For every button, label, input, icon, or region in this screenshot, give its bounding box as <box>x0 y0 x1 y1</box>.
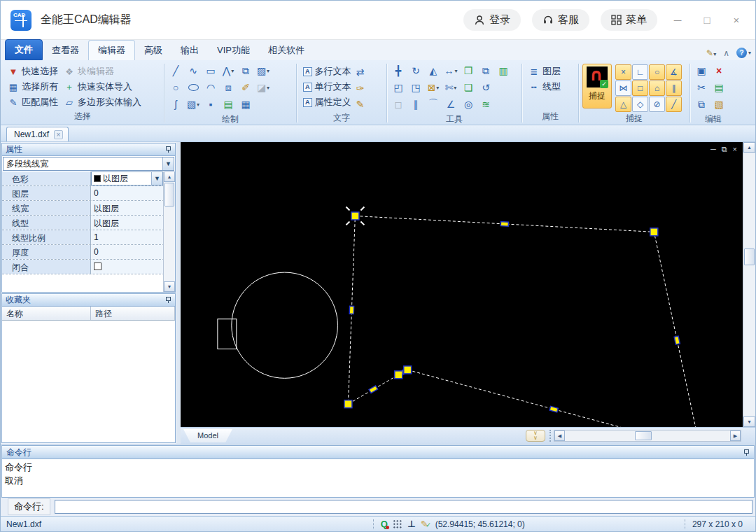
image-icon[interactable]: ▤ <box>220 97 236 112</box>
rotate-icon[interactable]: ↻ <box>408 64 424 78</box>
collapse-ribbon-icon[interactable]: ∧ <box>723 48 729 58</box>
chamfer-icon[interactable]: ∠ <box>443 97 458 112</box>
snap-indicator-icon[interactable]: Q <box>381 519 388 529</box>
tab-vip[interactable]: VIP功能 <box>208 41 259 60</box>
vscroll-down-icon[interactable]: ▼ <box>743 416 755 427</box>
donut-icon[interactable]: ◎ <box>461 97 476 112</box>
midpoint-snap-button[interactable]: △ <box>615 97 631 112</box>
text-style-icon[interactable]: ✑ <box>354 80 367 95</box>
mtext-button[interactable]: A多行文本 <box>300 64 354 78</box>
hscroll-thumb[interactable] <box>635 431 652 440</box>
mdi-minimize-icon[interactable]: ─ <box>710 145 716 153</box>
angle-snap-button[interactable]: ∡ <box>666 64 682 80</box>
vertex-grip[interactable] <box>351 212 359 220</box>
close-button[interactable]: × <box>727 14 746 26</box>
midpoint-grip[interactable] <box>500 222 508 227</box>
ortho-indicator-icon[interactable]: ⊥ <box>407 519 416 529</box>
edit-text-icon[interactable]: ✎ <box>354 97 367 111</box>
command-input[interactable] <box>55 500 752 514</box>
tangent-snap-button[interactable]: ⊘ <box>649 97 665 112</box>
quadrant-snap-button[interactable]: ◇ <box>632 97 648 112</box>
select-all-button[interactable]: ▦选择所有 <box>5 80 61 94</box>
vscroll-up-icon[interactable]: ▲ <box>743 142 755 153</box>
apparent-intersection-snap-button[interactable]: ⋈ <box>615 80 631 96</box>
spline-icon[interactable]: ʃ <box>168 97 183 112</box>
color-dropdown-icon[interactable]: ▼ <box>151 172 162 185</box>
quick-edit-icon[interactable]: ✎▾ <box>706 48 716 58</box>
insert-block-icon[interactable]: ⧈ <box>220 80 236 95</box>
model-tab[interactable]: Model <box>183 429 232 442</box>
drawing-canvas[interactable]: ─ ⧉ × ▲ ▼ <box>181 142 755 427</box>
parallel-snap-button[interactable]: ∥ <box>666 80 682 96</box>
intersection-snap-button[interactable]: × <box>615 64 631 80</box>
move-icon[interactable]: ╋ <box>391 64 406 78</box>
region-icon[interactable]: ◪ <box>255 80 271 95</box>
property-value-lineweight[interactable]: 以图层 <box>91 201 175 215</box>
favorites-list[interactable] <box>2 321 175 442</box>
endpoint-snap-button[interactable]: □ <box>632 80 648 96</box>
help-dropdown-icon[interactable]: ▾ <box>748 50 751 56</box>
property-label-thickness[interactable]: 厚度 <box>2 245 91 259</box>
property-label-layer[interactable]: 图层 <box>2 186 91 200</box>
mdi-restore-icon[interactable]: ⧉ <box>722 145 727 153</box>
midpoint-grip[interactable] <box>349 306 354 314</box>
attr-def-button[interactable]: A属性定义 <box>300 95 354 109</box>
tab-file[interactable]: 文件 <box>5 39 43 60</box>
hscroll-right-icon[interactable]: ▶ <box>730 430 741 441</box>
midpoint-grip[interactable] <box>369 386 377 393</box>
property-label-ltscale[interactable]: 线型比例 <box>2 230 91 244</box>
quick-entity-import-button[interactable]: +快速实体导入 <box>61 80 144 94</box>
copy-base-icon[interactable]: ⧉ <box>478 64 493 78</box>
entity-type-select[interactable]: 多段线线宽 ▼ <box>3 157 174 171</box>
property-label-closed[interactable]: 闭合 <box>2 260 91 274</box>
copy-icon[interactable]: ❐ <box>461 64 476 78</box>
tab-advanced[interactable]: 高级 <box>135 41 172 60</box>
tab-editor[interactable]: 编辑器 <box>88 40 135 60</box>
rectangle-icon[interactable]: ▭ <box>203 64 218 78</box>
property-value-linetype[interactable]: 以图层 <box>91 216 175 230</box>
tab-output[interactable]: 输出 <box>172 41 208 60</box>
wipeout-icon[interactable]: ▨ <box>255 64 271 78</box>
mdi-close-icon[interactable]: × <box>733 145 737 153</box>
pin-icon[interactable] <box>743 449 750 456</box>
quick-select-button[interactable]: ▼快速选择 <box>5 64 61 78</box>
support-button[interactable]: 客服 <box>532 9 589 31</box>
vscroll-thumb[interactable] <box>744 248 755 265</box>
fillet-icon[interactable]: ⌒ <box>426 97 441 112</box>
paste-icon[interactable]: ▣ <box>694 64 709 78</box>
main-menu-button[interactable]: 菜单 <box>601 9 657 31</box>
command-history[interactable]: 命令行取消 <box>1 459 755 498</box>
entity-type-dropdown-icon[interactable]: ▼ <box>162 158 174 170</box>
table-icon[interactable]: ▦ <box>238 97 253 112</box>
offset-icon[interactable]: ∥ <box>408 97 424 112</box>
rotate-copy-icon[interactable]: ↺ <box>478 80 493 95</box>
canvas-vscrollbar[interactable]: ▲ ▼ <box>743 142 755 427</box>
property-value-layer[interactable]: 0 <box>91 186 175 200</box>
help-icon[interactable]: ? <box>736 48 747 58</box>
maximize-button[interactable]: □ <box>698 14 716 26</box>
properties-scrollbar[interactable]: ▲ ▼ <box>163 172 175 292</box>
favorites-column-path[interactable]: 路径 <box>91 307 175 320</box>
pin-icon[interactable] <box>165 146 172 153</box>
favorites-column-name[interactable]: 名称 <box>2 307 91 320</box>
hscroll-left-icon[interactable]: ◀ <box>554 430 565 441</box>
selected-polyline-entity[interactable] <box>348 216 700 427</box>
tab-related[interactable]: 相关软件 <box>259 41 314 60</box>
center-snap-button[interactable]: ○ <box>649 64 665 80</box>
line-icon[interactable]: ╱ <box>168 64 183 78</box>
polyline-icon[interactable]: ⋀ <box>220 64 236 78</box>
login-button[interactable]: 登录 <box>463 9 521 31</box>
scroll-thumb[interactable] <box>164 183 174 206</box>
snap-toggle-button[interactable]: ∩✓ 捕捉 <box>582 64 612 108</box>
break-icon[interactable]: ◻ <box>391 97 406 112</box>
canvas-hscrollbar[interactable]: ◀ ▶ <box>554 430 741 442</box>
single-text-button[interactable]: A单行文本 <box>300 80 354 94</box>
layers-button[interactable]: ≣图层 <box>526 64 564 78</box>
perpendicular-snap-button[interactable]: ∟ <box>632 64 648 80</box>
scroll-up-icon[interactable]: ▲ <box>164 172 175 182</box>
color-value-select[interactable]: 以图层 ▼ <box>91 172 163 186</box>
rectangle-entity[interactable] <box>218 319 237 349</box>
purge-icon[interactable]: ▧ <box>711 97 727 112</box>
cad-drawing[interactable] <box>181 142 743 427</box>
offset-b-icon[interactable]: ◳ <box>408 80 424 95</box>
